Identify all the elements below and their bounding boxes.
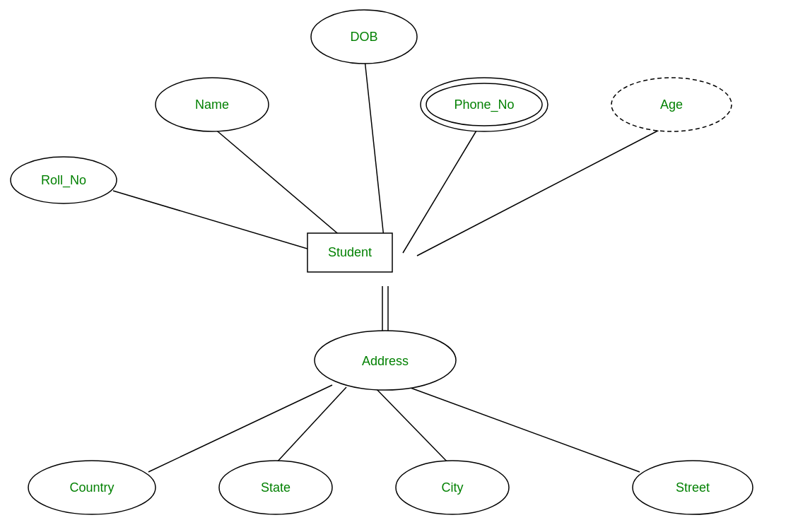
dob-label: DOB (350, 30, 377, 44)
country-label: Country (69, 480, 114, 495)
state-label: State (261, 480, 291, 495)
line-address-street (403, 385, 640, 472)
city-label: City (442, 480, 464, 495)
rollno-label: Roll_No (41, 173, 86, 188)
line-address-state (276, 387, 346, 463)
line-student-phone (403, 124, 481, 253)
phone-label: Phone_No (454, 97, 514, 112)
address-label: Address (362, 354, 409, 368)
street-label: Street (676, 480, 710, 495)
student-label: Student (328, 245, 372, 259)
line-student-dob (364, 53, 385, 251)
age-label: Age (660, 97, 683, 112)
name-label: Name (195, 97, 229, 112)
line-address-country (148, 385, 332, 472)
line-address-city (375, 387, 449, 463)
line-student-age (417, 124, 671, 256)
